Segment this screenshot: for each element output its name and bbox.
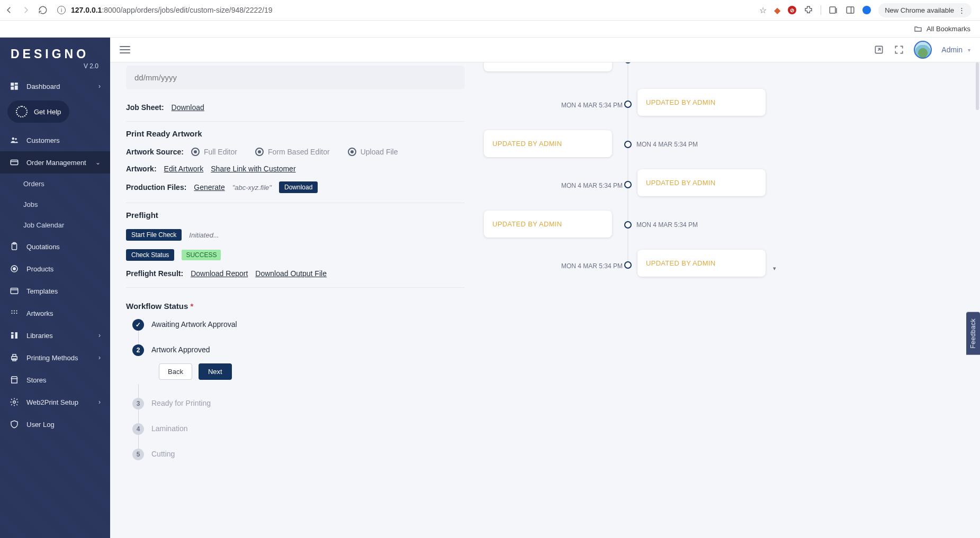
- feedback-tab[interactable]: Feedback: [966, 312, 980, 355]
- all-bookmarks-button[interactable]: All Bookmarks: [914, 25, 970, 33]
- svg-rect-13: [11, 288, 18, 294]
- store-icon: [10, 375, 19, 385]
- sidebar-item-user-log[interactable]: User Log: [0, 413, 110, 435]
- radio-dot-icon: [255, 148, 264, 156]
- timeline-stamp: MON 4 MAR 5:34 PM: [554, 102, 623, 109]
- app-root: DESIGNO V 2.0 Dashboard › Get Help Custo…: [0, 38, 980, 538]
- new-chrome-button[interactable]: New Chrome available ⋮: [878, 3, 972, 17]
- libraries-icon: [10, 331, 19, 340]
- step-connector: [138, 331, 139, 344]
- job-sheet-download-link[interactable]: Download: [172, 103, 204, 112]
- sidebar-subitem-job-calendar[interactable]: Job Calendar: [0, 215, 110, 235]
- sidebar-item-label: Stores: [26, 376, 47, 384]
- sidebar-item-libraries[interactable]: Libraries ›: [0, 324, 110, 346]
- workflow-stepper: ✓ Awaiting Artwork Approval 2 Artwork Ap…: [126, 319, 465, 460]
- back-button[interactable]: Back: [159, 363, 192, 380]
- extension-icon[interactable]: ◆: [774, 5, 780, 15]
- svg-rect-21: [13, 354, 16, 357]
- disc-icon: [10, 264, 19, 273]
- sidebar-item-quotations[interactable]: Quotations: [0, 235, 110, 258]
- customers-icon: [10, 135, 19, 145]
- sidebar-subitem-orders[interactable]: Orders: [0, 174, 110, 194]
- timeline-text: UPDATED BY ADMIN: [646, 179, 715, 187]
- feedback-label: Feedback: [969, 318, 977, 349]
- radio-full-editor[interactable]: Full Editor: [191, 148, 237, 156]
- sidebar-item-printing-methods[interactable]: Printing Methods ›: [0, 346, 110, 369]
- sidebar-item-stores[interactable]: Stores: [0, 369, 110, 391]
- artwork-source-label: Artwork Source:: [126, 148, 184, 156]
- extensions-puzzle-icon[interactable]: [804, 5, 813, 15]
- site-info-icon[interactable]: i: [57, 6, 66, 14]
- printer-icon: [10, 353, 19, 362]
- sidebar-item-templates[interactable]: Templates: [0, 280, 110, 302]
- share-link[interactable]: Share Link with Customer: [211, 165, 295, 173]
- url-host: 127.0.0.1: [71, 6, 102, 14]
- start-file-check-button[interactable]: Start File Check: [126, 229, 182, 241]
- sidebar-item-dashboard[interactable]: Dashboard ›: [0, 75, 110, 97]
- preflight-result-label: Preflight Result:: [126, 269, 183, 278]
- gear-icon: [10, 397, 19, 407]
- user-dropdown[interactable]: Admin ▾: [941, 45, 970, 54]
- extension-badge-icon[interactable]: ⊘: [788, 6, 796, 14]
- workflow-status-label: Workflow Status: [126, 302, 188, 311]
- timeline-entry: MON 4 MAR 5:34 PM UPDATED BY ADMIN: [478, 209, 774, 248]
- card-icon: [10, 158, 19, 167]
- sidebar-item-products[interactable]: Products: [0, 258, 110, 280]
- radio-upload-file[interactable]: Upload File: [348, 148, 398, 156]
- reload-icon[interactable]: [38, 5, 48, 15]
- timeline-dot-icon: [624, 141, 632, 148]
- workflow-step: 4 Lamination: [132, 423, 465, 435]
- radio-label: Form Based Editor: [268, 148, 330, 156]
- svg-rect-1: [847, 7, 854, 13]
- job-sheet-label: Job Sheet:: [126, 103, 164, 112]
- get-help-button[interactable]: Get Help: [7, 101, 69, 123]
- radio-label: Full Editor: [204, 148, 237, 156]
- download-report-link[interactable]: Download Report: [191, 269, 248, 278]
- next-button[interactable]: Next: [199, 363, 232, 380]
- svg-rect-4: [15, 86, 18, 90]
- bookmark-star-icon[interactable]: ☆: [759, 5, 767, 15]
- timeline-stamp: MON 4 MAR 5:34 PM: [554, 262, 623, 270]
- timeline-dot-icon: [624, 261, 632, 269]
- check-status-button[interactable]: Check Status: [126, 249, 174, 261]
- workflow-step: 2 Artwork Approved: [132, 344, 465, 356]
- download-output-link[interactable]: Download Output File: [255, 269, 327, 278]
- timeline-card: UPDATED BY ADMIN: [484, 130, 612, 157]
- sidebar-item-customers[interactable]: Customers: [0, 129, 110, 151]
- download-button[interactable]: Download: [279, 181, 318, 193]
- avatar[interactable]: [914, 41, 932, 59]
- open-external-icon[interactable]: [874, 44, 884, 55]
- forward-icon[interactable]: [21, 5, 31, 15]
- svg-point-12: [13, 268, 16, 270]
- timeline-text: UPDATED BY ADMIN: [646, 259, 715, 267]
- chevron-down-icon: ⌄: [95, 159, 101, 166]
- side-panel-icon[interactable]: [846, 5, 855, 15]
- scrollbar-thumb[interactable]: [976, 62, 979, 110]
- radio-form-editor[interactable]: Form Based Editor: [255, 148, 330, 156]
- generate-link[interactable]: Generate: [194, 183, 224, 192]
- svg-rect-23: [12, 379, 17, 383]
- hamburger-icon[interactable]: [120, 46, 130, 53]
- sidebar-subitem-jobs[interactable]: Jobs: [0, 194, 110, 215]
- chevron-down-icon: ▾: [968, 47, 970, 53]
- svg-rect-2: [11, 83, 14, 86]
- svg-point-7: [15, 138, 17, 140]
- date-input[interactable]: [126, 66, 465, 89]
- profile-avatar-icon[interactable]: [862, 6, 871, 14]
- bookmarks-bar: All Bookmarks: [0, 21, 980, 38]
- sidebar-item-web2print[interactable]: Web2Print Setup ›: [0, 391, 110, 413]
- sidebar-item-label: Jobs: [23, 200, 38, 208]
- workflow-step: 5 Cutting: [132, 449, 465, 460]
- sidebar-item-order-management[interactable]: Order Management ⌄: [0, 151, 110, 174]
- reading-list-icon[interactable]: [829, 5, 838, 15]
- address-bar[interactable]: i 127.0.0.1:8000/app/orders/jobs/edit/cu…: [57, 6, 754, 14]
- step-connector: [138, 409, 139, 423]
- fullscreen-icon[interactable]: [894, 44, 904, 55]
- edit-artwork-link[interactable]: Edit Artwork: [164, 165, 204, 173]
- sidebar-item-label: Printing Methods: [26, 354, 78, 362]
- scroll-down-icon[interactable]: ▾: [773, 265, 776, 272]
- sidebar-item-artworks[interactable]: Artworks: [0, 302, 110, 324]
- user-name: Admin: [941, 45, 963, 54]
- sidebar-item-label: Quotations: [26, 243, 60, 251]
- back-icon[interactable]: [4, 5, 14, 15]
